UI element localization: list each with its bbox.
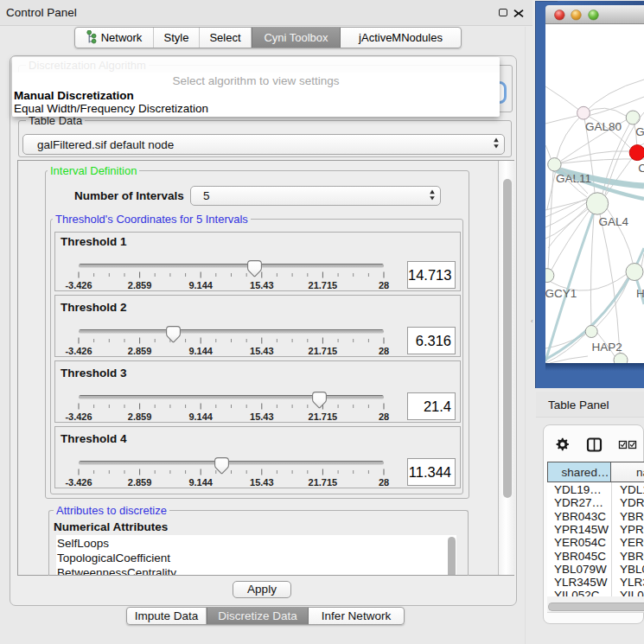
svg-text:GAL80: GAL80 xyxy=(585,120,622,133)
svg-text:H: H xyxy=(636,287,644,300)
svg-text:C: C xyxy=(638,162,644,175)
svg-text:GCY1: GCY1 xyxy=(545,287,577,300)
svg-text:GAL11: GAL11 xyxy=(556,172,591,185)
svg-text:GA: GA xyxy=(635,125,644,138)
svg-text:HAP2: HAP2 xyxy=(592,341,622,354)
svg-text:GAL4: GAL4 xyxy=(599,215,629,228)
